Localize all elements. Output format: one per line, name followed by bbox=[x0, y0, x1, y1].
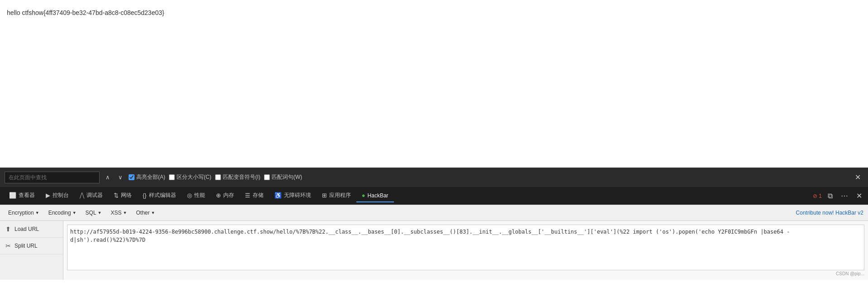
error-badge[interactable]: ⊘ 1 bbox=[813, 193, 822, 199]
xss-menu-button[interactable]: XSS ▼ bbox=[107, 208, 131, 218]
tab-application-label: 应用程序 bbox=[329, 192, 351, 199]
tab-debugger-label: 调试器 bbox=[86, 192, 103, 199]
tab-console[interactable]: ▶ 控制台 bbox=[40, 189, 74, 203]
tab-network[interactable]: ⇅ 网络 bbox=[108, 189, 137, 203]
hackbar-version: HackBar v2 bbox=[835, 210, 863, 216]
devtools-bar: ⬜ 查看器 ▶ 控制台 ⧸⧹ 调试器 ⇅ 网络 {} 样式编辑器 ◎ 性能 ⊕ … bbox=[0, 187, 868, 205]
split-url-label: Split URL bbox=[14, 243, 38, 249]
tab-style-editor-label: 样式编辑器 bbox=[149, 192, 176, 199]
network-icon: ⇅ bbox=[114, 192, 119, 199]
highlight-all-label[interactable]: 高亮全部(A) bbox=[129, 173, 165, 181]
whole-word-checkbox[interactable] bbox=[264, 174, 270, 180]
find-prev-button[interactable]: ∧ bbox=[103, 173, 112, 182]
tab-hackbar[interactable]: ● HackBar bbox=[356, 189, 394, 202]
tab-inspector-label: 查看器 bbox=[19, 192, 35, 199]
error-count: 1 bbox=[819, 193, 822, 199]
tab-performance-label: 性能 bbox=[194, 192, 205, 199]
sql-menu-button[interactable]: SQL ▼ bbox=[82, 208, 106, 218]
tab-console-label: 控制台 bbox=[53, 192, 69, 199]
load-url-button[interactable]: ⬆ Load URL bbox=[0, 221, 63, 238]
find-close-button[interactable]: ✕ bbox=[852, 172, 863, 182]
diacritic-checkbox[interactable] bbox=[215, 174, 221, 180]
tab-debugger[interactable]: ⧸⧹ 调试器 bbox=[74, 189, 108, 203]
tab-storage-label: 存储 bbox=[253, 192, 264, 199]
url-bottom-label: CSDN @pip... bbox=[67, 271, 864, 276]
encoding-chevron-icon: ▼ bbox=[72, 211, 77, 215]
more-options-button[interactable]: ⋯ bbox=[839, 191, 850, 201]
encoding-menu-button[interactable]: Encoding ▼ bbox=[45, 208, 80, 218]
find-bar: ∧ ∨ 高亮全部(A) 区分大小写(C) 匹配变音符号(I) 匹配词句(W) ✕ bbox=[0, 168, 868, 187]
find-input[interactable] bbox=[5, 172, 100, 183]
other-chevron-icon: ▼ bbox=[151, 211, 155, 215]
tab-style-editor[interactable]: {} 样式编辑器 bbox=[137, 189, 182, 203]
whole-word-label[interactable]: 匹配词句(W) bbox=[264, 173, 302, 181]
hackbar-sidebar: ⬆ Load URL ✂ Split URL bbox=[0, 221, 63, 280]
other-label: Other bbox=[136, 210, 149, 216]
main-content-area: hello ctfshow{4ff37409-be32-47bd-a8c8-c0… bbox=[0, 0, 868, 168]
debugger-icon: ⧸⧹ bbox=[80, 192, 84, 199]
page-text: hello ctfshow{4ff37409-be32-47bd-a8c8-c0… bbox=[7, 9, 164, 16]
tab-network-label: 网络 bbox=[121, 192, 132, 199]
hackbar-right-info: Contribute now! HackBar v2 bbox=[796, 210, 863, 216]
sql-chevron-icon: ▼ bbox=[98, 211, 102, 215]
contribute-link[interactable]: Contribute now! bbox=[796, 210, 835, 216]
load-url-label: Load URL bbox=[14, 226, 39, 232]
diacritic-label[interactable]: 匹配变音符号(I) bbox=[215, 173, 260, 181]
tab-inspector[interactable]: ⬜ 查看器 bbox=[4, 189, 40, 203]
xss-chevron-icon: ▼ bbox=[123, 211, 127, 215]
tab-performance[interactable]: ◎ 性能 bbox=[182, 189, 211, 203]
inspector-icon: ⬜ bbox=[9, 192, 16, 199]
encryption-label: Encryption bbox=[8, 210, 34, 216]
console-icon: ▶ bbox=[46, 192, 50, 199]
find-next-button[interactable]: ∨ bbox=[116, 173, 125, 182]
case-sensitive-label[interactable]: 区分大小写(C) bbox=[169, 173, 211, 181]
devtools-close-button[interactable]: ✕ bbox=[854, 191, 864, 201]
devtools-right-controls: ⊘ 1 ⧉ ⋯ ✕ bbox=[813, 191, 864, 201]
error-icon: ⊘ bbox=[813, 193, 817, 199]
application-icon: ⊞ bbox=[322, 192, 327, 199]
other-menu-button[interactable]: Other ▼ bbox=[132, 208, 158, 218]
encryption-chevron-icon: ▼ bbox=[35, 211, 39, 215]
hackbar-url-area: CSDN @pip... bbox=[63, 221, 868, 280]
tab-memory[interactable]: ⊕ 内存 bbox=[211, 189, 240, 203]
tab-application[interactable]: ⊞ 应用程序 bbox=[317, 189, 356, 203]
memory-icon: ⊕ bbox=[216, 192, 221, 199]
tab-hackbar-label: HackBar bbox=[368, 192, 388, 199]
xss-label: XSS bbox=[111, 210, 122, 216]
case-sensitive-checkbox[interactable] bbox=[169, 174, 175, 180]
url-input[interactable] bbox=[67, 225, 864, 270]
hackbar-toolbar: Encryption ▼ Encoding ▼ SQL ▼ XSS ▼ Othe… bbox=[0, 205, 868, 221]
tab-accessibility[interactable]: ♿ 无障碍环境 bbox=[269, 189, 317, 203]
accessibility-icon: ♿ bbox=[274, 192, 282, 199]
tab-accessibility-label: 无障碍环境 bbox=[284, 192, 311, 199]
tab-storage[interactable]: ☰ 存储 bbox=[240, 189, 269, 203]
split-url-button[interactable]: ✂ Split URL bbox=[0, 238, 63, 254]
storage-icon: ☰ bbox=[245, 192, 250, 199]
encoding-label: Encoding bbox=[48, 210, 71, 216]
dock-button[interactable]: ⧉ bbox=[825, 191, 835, 201]
encryption-menu-button[interactable]: Encryption ▼ bbox=[5, 208, 43, 218]
load-url-icon: ⬆ bbox=[5, 225, 11, 233]
style-editor-icon: {} bbox=[143, 192, 147, 199]
performance-icon: ◎ bbox=[187, 192, 192, 199]
hackbar-icon: ● bbox=[362, 192, 365, 199]
hackbar-panel: ⬆ Load URL ✂ Split URL CSDN @pip... bbox=[0, 221, 868, 280]
split-url-icon: ✂ bbox=[5, 242, 11, 249]
sql-label: SQL bbox=[86, 210, 96, 216]
tab-memory-label: 内存 bbox=[223, 192, 234, 199]
highlight-all-checkbox[interactable] bbox=[129, 174, 134, 180]
